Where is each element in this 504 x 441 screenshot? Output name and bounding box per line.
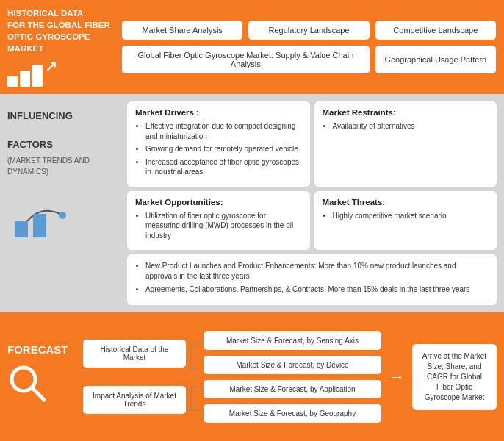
svg-rect-1 bbox=[15, 221, 28, 237]
opportunities-list: Utilization of fiber optic gyroscope for… bbox=[135, 211, 302, 241]
forecast-sensing-axis-box: Market Size & Forecast, by Sensing Axis bbox=[204, 331, 381, 350]
top-heading-line1: HISTORICAL DATA bbox=[7, 9, 83, 18]
svg-rect-2 bbox=[33, 214, 46, 237]
threats-list: Highly competitive market scenario bbox=[323, 211, 489, 221]
bar1 bbox=[7, 76, 18, 87]
arrow-up-icon: ↗ bbox=[45, 56, 57, 76]
forecast-application-box: Market Size & Forecast, by Application bbox=[204, 380, 381, 398]
top-heading-line3: OPTIC GYROSCOPE bbox=[7, 32, 90, 41]
top-heading-line4: MARKET bbox=[7, 44, 43, 53]
restraints-list: Availability of alternatives bbox=[323, 121, 489, 132]
bottom-right-boxes: Market Size & Forecast, by Sensing Axis … bbox=[204, 331, 381, 423]
bottom-content: Historical Data of the Market Impact Ana… bbox=[83, 329, 497, 425]
magnifier-icon bbox=[7, 363, 48, 410]
middle-bottom-box: New Product Launches and Product Enhance… bbox=[127, 254, 497, 305]
influencing-svg bbox=[7, 193, 88, 245]
middle-heading1: INFLUENCING bbox=[7, 109, 121, 123]
middle-heading2: FACTORS bbox=[7, 137, 121, 152]
threats-title: Market Threats: bbox=[323, 198, 489, 207]
drivers-list: Effective integration due to compact des… bbox=[135, 121, 302, 177]
middle-left-header: INFLUENCING FACTORS (MARKET TRENDS AND D… bbox=[7, 101, 121, 305]
svg-line-4 bbox=[32, 387, 44, 400]
opportunities-title: Market Opportunities: bbox=[135, 198, 302, 207]
bottom-point-1: New Product Launches and Product Enhance… bbox=[145, 261, 489, 281]
top-box-geographical: Geographical Usage Pattern bbox=[375, 45, 497, 74]
historical-data-box: Historical Data of the Market bbox=[83, 340, 186, 368]
middle-section: INFLUENCING FACTORS (MARKET TRENDS AND D… bbox=[0, 94, 504, 312]
top-left-header: HISTORICAL DATA FOR THE GLOBAL FIBER OPT… bbox=[7, 7, 121, 87]
middle-top-row: Market Drivers : Effective integration d… bbox=[127, 101, 497, 187]
main-container: HISTORICAL DATA FOR THE GLOBAL FIBER OPT… bbox=[0, 0, 504, 441]
threat-item-1: Highly competitive market scenario bbox=[333, 211, 489, 221]
driver-item-3: Increased acceptance of fiber optic gyro… bbox=[145, 157, 302, 177]
drivers-title: Market Drivers : bbox=[135, 108, 302, 117]
middle-sub-label: (MARKET TRENDS AND DYNAMICS) bbox=[7, 155, 121, 177]
right-arrow-icon: → bbox=[386, 368, 408, 387]
bottom-mid-labels: Historical Data of the Market Impact Ana… bbox=[83, 340, 186, 414]
bar2 bbox=[20, 71, 30, 87]
bottom-left-header: FORECAST bbox=[7, 343, 77, 410]
forecast-device-box: Market Size & Forecast, by Device bbox=[204, 356, 381, 374]
driver-item-1: Effective integration due to compact des… bbox=[145, 121, 302, 141]
bottom-section: FORECAST Historical Data of the Market I… bbox=[0, 312, 504, 441]
top-heading-line2: FOR THE GLOBAL FIBER bbox=[7, 21, 110, 29]
driver-item-2: Growing demand for remotely operated veh… bbox=[145, 144, 302, 154]
forecast-heading: FORECAST bbox=[7, 343, 68, 356]
bar3 bbox=[32, 65, 43, 87]
impact-analysis-box: Impact Analysis of Market Trends bbox=[83, 386, 186, 414]
top-right-grid: Market Share Analysis Regulatory Landsca… bbox=[121, 20, 497, 74]
market-restraints-box: Market Restraints: Availability of alter… bbox=[314, 101, 497, 187]
restraints-title: Market Restraints: bbox=[323, 108, 489, 117]
figure-icon bbox=[7, 193, 121, 249]
market-summary-box: Arrive at the Market Size, Share, and CA… bbox=[412, 344, 497, 410]
connector-lines bbox=[190, 329, 199, 425]
market-opportunities-box: Market Opportunities: Utilization of fib… bbox=[127, 191, 310, 251]
top-section: HISTORICAL DATA FOR THE GLOBAL FIBER OPT… bbox=[0, 0, 504, 94]
bottom-point-2: Agreements, Collaborations, Partnerships… bbox=[145, 284, 489, 295]
bar-chart-icon: ↗ bbox=[7, 60, 115, 87]
top-box-competitive: Competitive Landscape bbox=[375, 20, 497, 40]
svg-point-0 bbox=[59, 212, 66, 219]
top-box-supply-chain: Global Fiber Optic Gyroscope Market: Sup… bbox=[121, 45, 370, 74]
forecast-geography-box: Market Size & Forecast, by Geography bbox=[204, 404, 381, 423]
opportunity-item-1: Utilization of fiber optic gyroscope for… bbox=[145, 211, 302, 241]
top-box-market-share: Market Share Analysis bbox=[121, 20, 243, 40]
market-threats-box: Market Threats: Highly competitive marke… bbox=[314, 191, 497, 251]
market-drivers-box: Market Drivers : Effective integration d… bbox=[127, 101, 310, 187]
middle-right-content: Market Drivers : Effective integration d… bbox=[127, 101, 497, 305]
restraint-item-1: Availability of alternatives bbox=[333, 121, 489, 132]
middle-bottom-row: Market Opportunities: Utilization of fib… bbox=[127, 191, 497, 251]
connector-svg bbox=[190, 329, 199, 425]
bottom-points-list: New Product Launches and Product Enhance… bbox=[135, 261, 489, 295]
top-box-regulatory: Regulatory Landscape bbox=[248, 20, 370, 40]
